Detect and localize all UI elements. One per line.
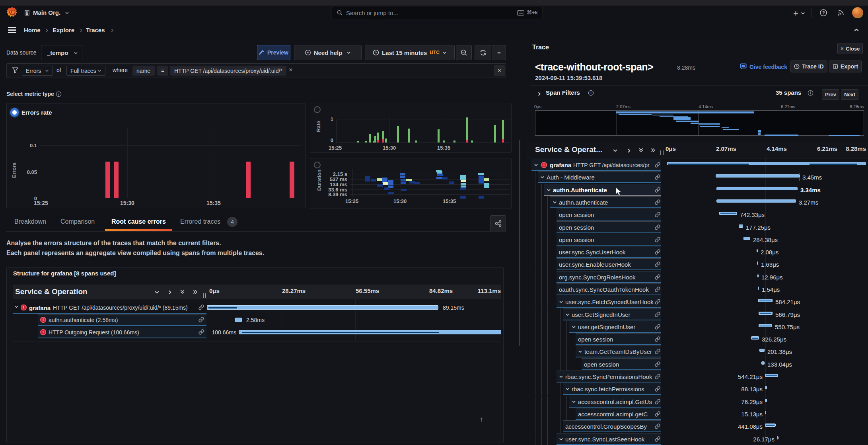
svg-text:i: i xyxy=(58,92,59,96)
svg-text:i: i xyxy=(590,91,591,95)
svg-text:?: ? xyxy=(822,10,825,15)
svg-text:i: i xyxy=(810,91,811,95)
